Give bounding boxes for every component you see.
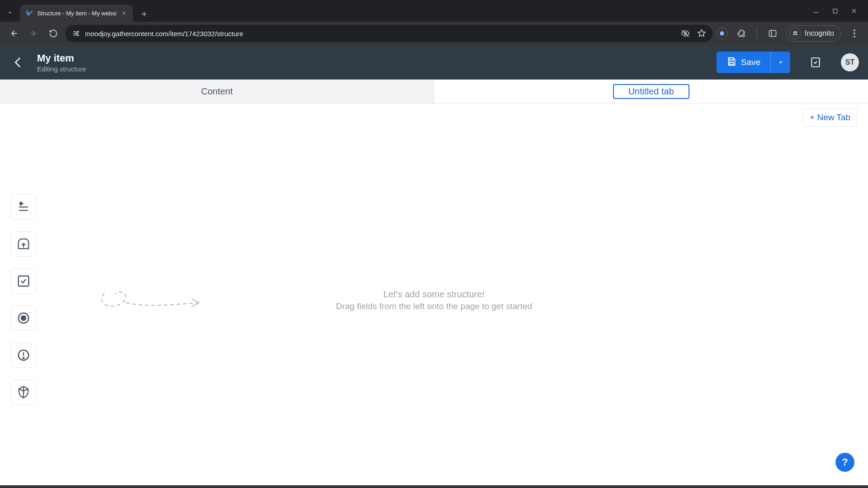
svg-rect-9 [730,62,733,65]
field-tool-rail [11,194,36,405]
bookmark-star-icon[interactable] [697,29,706,38]
svg-point-13 [21,316,26,320]
favicon-icon [25,9,33,17]
save-label: Save [741,57,760,67]
svg-point-15 [23,357,24,359]
svg-point-5 [720,31,724,35]
svg-point-8 [796,33,797,35]
radio-field-icon[interactable] [11,305,36,331]
nav-back-button[interactable] [5,25,22,42]
tab-content[interactable]: Content [0,80,434,103]
guideline-field-icon[interactable] [11,343,36,368]
url-text: moodjoy.gathercontent.com/item/17423032/… [85,30,676,38]
tab-search-button[interactable] [0,4,20,22]
tasks-icon[interactable] [807,53,825,71]
save-dropdown-button[interactable] [770,52,790,73]
tab-name-input[interactable] [613,84,689,99]
avatar-initials: ST [845,58,854,66]
window-minimize-button[interactable] [812,7,820,15]
hint-arrow-icon [90,280,208,318]
tab-close-icon[interactable] [120,9,127,17]
app-header: My item Editing structure Save ST [0,45,868,80]
page-title: My item [37,52,86,64]
extensions-icon[interactable] [733,25,750,42]
window-close-button[interactable] [850,7,858,15]
new-tab-label: + New Tab [810,113,850,122]
new-tab-button[interactable]: + New Tab [803,108,857,127]
browser-titlebar: Structure - My item - My websi [0,0,868,22]
structure-tabs: Content [0,80,868,104]
nav-reload-button[interactable] [45,25,61,42]
incognito-chip[interactable]: Incognito [786,25,841,42]
incognito-icon [789,28,801,39]
empty-subtitle: Drag fields from the left onto the page … [336,301,532,311]
new-browser-tab-button[interactable] [137,6,152,22]
tab-label: Content [201,86,233,97]
checkbox-field-icon[interactable] [11,268,36,294]
incognito-label: Incognito [805,29,834,38]
svg-point-7 [793,33,795,35]
component-field-icon[interactable] [11,380,36,405]
svg-rect-6 [769,30,776,36]
back-button[interactable] [9,53,27,71]
eye-off-icon[interactable] [681,29,690,38]
help-icon: ? [842,456,848,468]
svg-point-2 [77,34,79,36]
window-maximize-button[interactable] [831,7,839,15]
help-button[interactable]: ? [835,453,854,472]
attachment-field-icon[interactable] [11,231,36,257]
svg-rect-0 [833,9,837,13]
save-button[interactable]: Save [717,52,770,73]
nav-forward-button[interactable] [25,25,42,42]
text-field-icon[interactable] [11,194,36,220]
address-bar[interactable]: moodjoy.gathercontent.com/item/17423032/… [65,25,712,42]
os-taskbar [0,485,868,488]
svg-rect-11 [19,276,29,286]
empty-title: Let's add some structure! [336,289,532,300]
browser-toolbar: moodjoy.gathercontent.com/item/17423032/… [0,22,868,45]
site-settings-icon[interactable] [71,29,80,38]
user-avatar[interactable]: ST [841,53,859,71]
browser-tab-title: Structure - My item - My websi [37,10,117,17]
empty-state: Let's add some structure! Drag fields fr… [336,289,532,311]
page-subtitle: Editing structure [37,65,86,73]
side-panel-icon[interactable] [764,25,781,42]
tab-untitled[interactable] [434,80,868,103]
browser-tab[interactable]: Structure - My item - My websi [20,5,133,22]
save-icon [726,56,736,69]
browser-menu-button[interactable] [846,29,863,38]
profile-badge[interactable] [716,28,728,39]
svg-point-1 [77,31,79,33]
